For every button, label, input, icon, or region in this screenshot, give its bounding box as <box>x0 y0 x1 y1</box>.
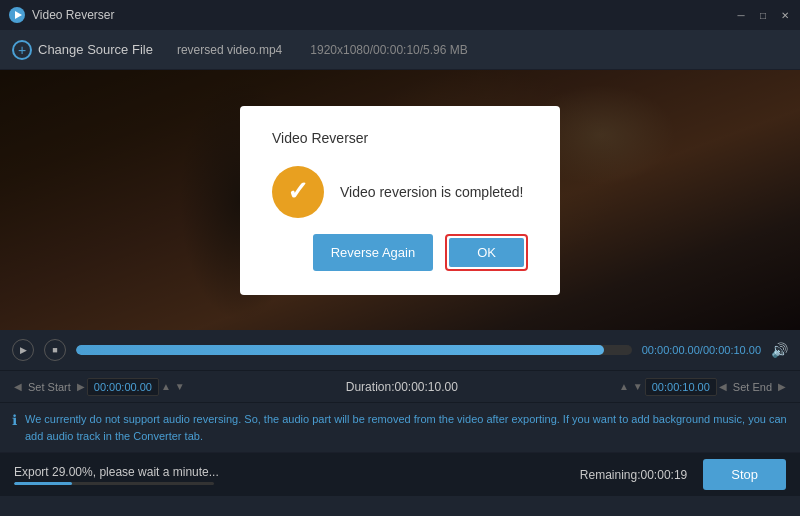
remaining-text: Remaining:00:00:19 <box>580 468 687 482</box>
app-icon <box>8 6 26 24</box>
title-text: Video Reverser <box>32 8 734 22</box>
end-time[interactable]: 00:00:10.00 <box>645 378 717 396</box>
set-start-button[interactable]: Set Start <box>24 381 75 393</box>
timeline-controls: ◀ Set Start ▶ 00:00:00.00 ▲ ▼ Duration:0… <box>0 370 800 402</box>
dialog-content: ✓ Video reversion is completed! <box>272 166 528 218</box>
minimize-button[interactable]: ─ <box>734 8 748 22</box>
export-progress-track <box>14 482 214 485</box>
export-bar: Export 29.00%, please wait a minute... R… <box>0 452 800 496</box>
time-display: 00:00:00.00/00:00:10.00 <box>642 344 761 356</box>
add-icon: + <box>12 40 32 60</box>
stop-export-button[interactable]: Stop <box>703 459 786 490</box>
set-end-right-arrow[interactable]: ▶ <box>776 381 788 392</box>
set-end-left-arrow[interactable]: ◀ <box>717 381 729 392</box>
duration-display: Duration:00:00:10.00 <box>187 380 617 394</box>
set-end-button[interactable]: Set End <box>729 381 776 393</box>
ok-button[interactable]: OK <box>449 238 524 267</box>
dialog-overlay: Video Reverser ✓ Video reversion is comp… <box>0 70 800 330</box>
close-button[interactable]: ✕ <box>778 8 792 22</box>
end-time-down[interactable]: ▼ <box>631 381 645 392</box>
change-source-button[interactable]: + Change Source File <box>12 40 153 60</box>
export-progress-fill <box>14 482 72 485</box>
info-icon: ℹ <box>12 412 17 428</box>
set-start-right-arrow[interactable]: ▶ <box>75 381 87 392</box>
ok-btn-wrapper: OK <box>445 234 528 271</box>
play-button[interactable]: ▶ <box>12 339 34 361</box>
dialog-title: Video Reverser <box>272 130 368 146</box>
stop-preview-button[interactable]: ■ <box>44 339 66 361</box>
set-start-left-arrow[interactable]: ◀ <box>12 381 24 392</box>
dialog-box: Video Reverser ✓ Video reversion is comp… <box>240 106 560 295</box>
start-time-down[interactable]: ▼ <box>173 381 187 392</box>
change-source-label: Change Source File <box>38 42 153 57</box>
warning-text: We currently do not support audio revers… <box>25 411 788 444</box>
dialog-message: Video reversion is completed! <box>340 184 523 200</box>
timeline-fill <box>76 345 604 355</box>
end-time-up[interactable]: ▲ <box>617 381 631 392</box>
export-label: Export 29.00%, please wait a minute... <box>14 465 580 479</box>
timeline-track[interactable] <box>76 345 632 355</box>
file-meta: 1920x1080/00:00:10/5.96 MB <box>310 43 467 57</box>
window-controls: ─ □ ✕ <box>734 8 792 22</box>
warning-bar: ℹ We currently do not support audio reve… <box>0 402 800 452</box>
volume-icon[interactable]: 🔊 <box>771 342 788 358</box>
dialog-buttons: Reverse Again OK <box>313 234 528 271</box>
title-bar: Video Reverser ─ □ ✕ <box>0 0 800 30</box>
controls-bar: ▶ ■ 00:00:00.00/00:00:10.00 🔊 <box>0 330 800 370</box>
file-name: reversed video.mp4 <box>177 43 282 57</box>
start-time-up[interactable]: ▲ <box>159 381 173 392</box>
maximize-button[interactable]: □ <box>756 8 770 22</box>
success-icon: ✓ <box>272 166 324 218</box>
toolbar: + Change Source File reversed video.mp4 … <box>0 30 800 70</box>
checkmark-icon: ✓ <box>287 176 309 207</box>
reverse-again-button[interactable]: Reverse Again <box>313 234 434 271</box>
start-time[interactable]: 00:00:00.00 <box>87 378 159 396</box>
export-status: Export 29.00%, please wait a minute... <box>14 465 580 485</box>
video-area: Video Reverser ✓ Video reversion is comp… <box>0 70 800 330</box>
